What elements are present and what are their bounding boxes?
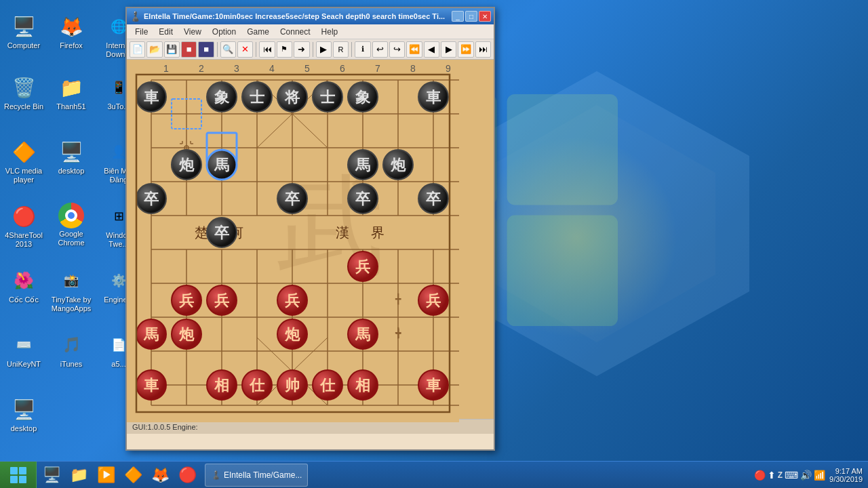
menu-game[interactable]: Game <box>241 26 275 38</box>
svg-rect-136 <box>10 476 18 483</box>
tb-search[interactable]: 🔍 <box>220 41 236 58</box>
tb-open[interactable]: 📂 <box>146 41 162 58</box>
taskbar-show-desktop[interactable]: 🖥️ <box>39 463 64 487</box>
svg-text:仕: 仕 <box>319 377 336 394</box>
desktop-icon-desktop2[interactable]: 🖥️ desktop <box>47 136 95 178</box>
chess-app-label: EIntella Time/Game... <box>224 470 302 480</box>
tb-new[interactable]: 📄 <box>130 41 145 58</box>
desktop-icon-a5-label: a5... <box>111 360 125 369</box>
menu-edit[interactable]: Edit <box>153 26 178 38</box>
svg-text:炮: 炮 <box>284 326 300 343</box>
menu-option[interactable]: Option <box>207 26 241 38</box>
tb-btn5[interactable]: ■ <box>198 41 214 58</box>
svg-text:車: 車 <box>426 377 441 394</box>
desktop-icon-vlc[interactable]: 🔶 VLC media player <box>0 136 47 187</box>
svg-text:士: 士 <box>320 89 336 106</box>
tb-back[interactable]: ◀ <box>424 41 439 58</box>
window-controls: _ □ ✕ <box>452 11 491 22</box>
tb-redo[interactable]: ↪ <box>389 41 405 58</box>
maximize-button[interactable]: □ <box>465 11 477 22</box>
taskbar-media[interactable]: ▶️ <box>94 463 118 487</box>
toolbar: 📄 📂 💾 ■ ■ 🔍 ✕ ⏮ ⚑ ➜ ▶ R ℹ ↩ ↪ ⏪ ◀ ▶ ⏩ ⏭ <box>127 39 494 60</box>
tray-icon-1[interactable]: 🔴 <box>754 470 766 481</box>
desktop-icon-desktop3[interactable]: 🖥️ desktop <box>0 393 47 436</box>
minimize-button[interactable]: _ <box>452 11 464 22</box>
tb-separator2 <box>256 42 256 57</box>
tray-icon-2[interactable]: ⬆ <box>768 470 776 481</box>
desktop-icon-desktop3-label: desktop <box>11 424 37 433</box>
svg-rect-135 <box>19 467 26 474</box>
taskbar-explorer[interactable]: 📁 <box>66 463 91 487</box>
svg-text:車: 車 <box>426 89 441 106</box>
svg-text:界: 界 <box>371 225 384 240</box>
menu-file[interactable]: File <box>130 26 153 38</box>
desktop-icon-google-chrome-label: Google Chrome <box>50 230 92 247</box>
taskbar-apps: ♟️ EIntella Time/Game... <box>202 464 749 487</box>
svg-text:車: 車 <box>144 89 159 106</box>
tray-icon-speaker[interactable]: 🔊 <box>800 470 812 481</box>
tb-undo[interactable]: ↩ <box>372 41 388 58</box>
close-button[interactable]: ✕ <box>479 11 491 22</box>
title-bar: ♟️ EIntella Time/Game:10min0sec Increase… <box>127 8 494 24</box>
svg-text:卒: 卒 <box>426 190 441 207</box>
start-button[interactable] <box>0 462 37 489</box>
clock-date: 9/30/2019 <box>829 475 863 483</box>
tb-stop[interactable]: ✕ <box>237 41 253 58</box>
taskbar-app5[interactable]: 🔴 <box>175 463 199 487</box>
desktop-icon-unikey-label: UniKeyNT <box>7 360 41 369</box>
desktop-icon-coccoc[interactable]: 🌺 Cốc Cốc <box>0 264 47 307</box>
svg-text:炮: 炮 <box>178 157 195 174</box>
tray-icons: 🔴 ⬆ Z ⌨ 🔊 📶 <box>754 470 825 481</box>
svg-text:2: 2 <box>199 63 204 74</box>
desktop-icon-recycle-bin[interactable]: 🗑️ Recycle Bin <box>0 71 47 114</box>
desktop-icon-thanh51[interactable]: 📁 Thanh51 <box>47 71 95 114</box>
desktop-icon-4sharetool[interactable]: 🔴 4ShareTool 2013 <box>0 200 47 251</box>
svg-text:相: 相 <box>355 377 370 394</box>
menu-view[interactable]: View <box>178 26 207 38</box>
svg-text:馬: 馬 <box>143 326 159 343</box>
svg-text:馬: 馬 <box>355 326 370 343</box>
menu-help[interactable]: Help <box>316 26 344 38</box>
desktop-icon-computer[interactable]: 🖥️ Computer <box>0 10 47 53</box>
tb-fwd[interactable]: ▶ <box>441 41 456 58</box>
svg-text:仕: 仕 <box>249 377 265 394</box>
tb-fast-fwd[interactable]: ⏩ <box>458 41 473 58</box>
taskbar-firefox-icon[interactable]: 🦊 <box>148 463 172 487</box>
desktop-icon-tinytake[interactable]: 📸 TinyTake by MangoApps <box>47 264 95 316</box>
svg-text:卒: 卒 <box>355 190 371 207</box>
tb-arrow[interactable]: ➜ <box>294 41 309 58</box>
svg-text:4: 4 <box>269 63 275 74</box>
tb-btn-rec[interactable]: R <box>333 41 349 58</box>
status-text: GUI:1.0.0.5 Engine: <box>132 423 198 431</box>
svg-text:兵: 兵 <box>355 258 371 275</box>
menu-connect[interactable]: Connect <box>275 26 316 38</box>
taskbar-vlc-icon[interactable]: 🔶 <box>121 463 145 487</box>
svg-text:兵: 兵 <box>285 292 300 309</box>
tb-flag[interactable]: ⚑ <box>277 41 292 58</box>
tb-prev-game[interactable]: ⏮ <box>259 41 275 58</box>
tray-icon-keyboard[interactable]: ⌨ <box>785 470 798 481</box>
svg-text:兵: 兵 <box>179 292 195 309</box>
tb-btn4[interactable]: ■ <box>181 41 197 58</box>
tb-fast-back[interactable]: ⏪ <box>406 41 422 58</box>
svg-text:卒: 卒 <box>214 224 230 241</box>
tray-icon-network[interactable]: 📶 <box>814 470 825 481</box>
tb-replay[interactable]: ▶ <box>316 41 332 58</box>
svg-text:兵: 兵 <box>426 292 441 309</box>
tray-icon-z[interactable]: Z <box>778 470 783 480</box>
svg-text:兵: 兵 <box>214 292 230 309</box>
taskbar-app-chess[interactable]: ♟️ EIntella Time/Game... <box>205 464 308 487</box>
tb-end[interactable]: ⏭ <box>475 41 491 58</box>
clock-time: 9:17 AM <box>829 467 863 475</box>
tb-save[interactable]: 💾 <box>164 41 180 58</box>
desktop-icon-itunes[interactable]: 🎵 iTunes <box>47 329 95 371</box>
tb-info[interactable]: ℹ <box>355 41 370 58</box>
desktop-icon-google-chrome[interactable]: Google Chrome <box>47 200 95 250</box>
taskbar-clock[interactable]: 9:17 AM 9/30/2019 <box>829 467 863 483</box>
desktop-icon-unikey[interactable]: ⌨️ UniKeyNT <box>0 329 47 371</box>
desktop-icon-firefox[interactable]: 🦊 Firefox <box>47 10 95 53</box>
desktop-icon-tinytake-label: TinyTake by MangoApps <box>50 296 92 313</box>
svg-text:1: 1 <box>163 63 169 74</box>
svg-text:╋: ╋ <box>395 327 401 339</box>
desktop-icon-thanh51-label: Thanh51 <box>56 102 85 111</box>
